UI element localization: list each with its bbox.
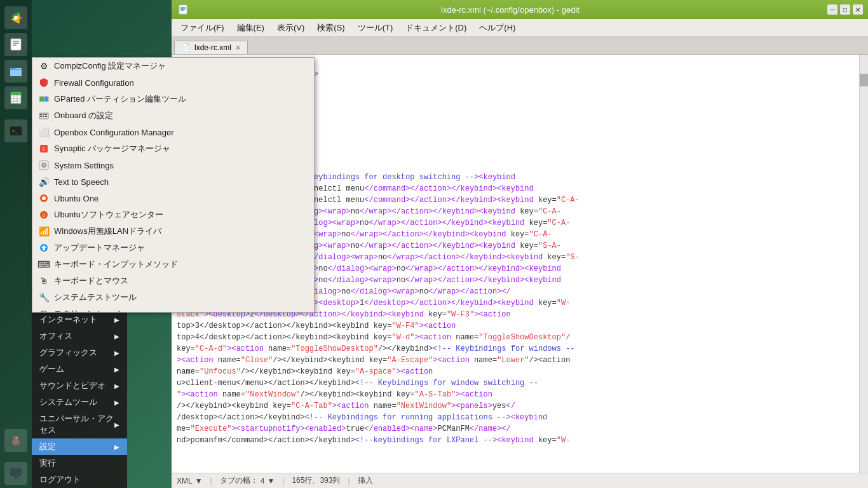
menu-item-system-test[interactable]: 🔧 システムテストツール — [32, 289, 314, 306]
svg-point-19 — [17, 437, 18, 438]
menu-item-ubuntu-one[interactable]: Ubuntu One — [32, 190, 314, 207]
minimize-button[interactable]: ─ — [827, 4, 837, 15]
menu-item-compizconfig[interactable]: ⚙ CompizConfig 設定マネージャ — [32, 58, 314, 74]
menu-item-label: キーボードとマウス — [54, 275, 309, 287]
context-menu: ⚙ CompizConfig 設定マネージャ Firewall Configur… — [32, 57, 315, 313]
menubar-view[interactable]: 表示(V) — [271, 21, 311, 35]
cursor-position: 165行、393列 — [292, 475, 340, 486]
svg-point-17 — [13, 436, 18, 441]
menu-left-internet[interactable]: インターネット ▶ — [32, 311, 127, 328]
position-text: 165行、393列 — [292, 475, 340, 486]
menu-item-label: GParted パーティション編集ツール — [54, 93, 309, 105]
menu-left-run[interactable]: 実行 — [32, 455, 127, 471]
menubar-documents[interactable]: ドキュメント(D) — [399, 21, 473, 35]
menu-item-firewall[interactable]: Firewall Configuration — [32, 74, 314, 91]
menu-item-ubuntu-software[interactable]: U Ubuntuソフトウェアセンター — [32, 207, 314, 223]
menubar-search[interactable]: 検索(S) — [311, 21, 351, 35]
svg-point-41 — [43, 165, 44, 166]
menu-item-keyboard-mouse[interactable]: 🖱 キーボードとマウス — [32, 273, 314, 289]
menubar-edit[interactable]: 編集(E) — [231, 21, 271, 35]
menu-item-gparted[interactable]: GParted パーティション編集ツール — [32, 91, 314, 107]
menu-item-screensaver[interactable]: 🖥 スクリーンセーバー — [32, 306, 314, 312]
menu-item-update-manager[interactable]: アップデートマネージャ — [32, 240, 314, 256]
tab-close-button[interactable]: ✕ — [235, 44, 241, 52]
tab-lxde-rc[interactable]: 📄 lxde-rc.xml ✕ — [174, 41, 248, 54]
terminal-icon[interactable]: >_ — [4, 119, 27, 142]
menu-item-keyboard-input[interactable]: ⌨ キーボード・インプットメソッド — [32, 256, 314, 273]
menu-left-office[interactable]: オフィス ▶ — [32, 328, 127, 344]
firewall-icon — [37, 76, 50, 89]
menu-left-games[interactable]: ゲーム ▶ — [32, 361, 127, 377]
menu-item-text-to-speech[interactable]: 🔊 Text to Speech — [32, 173, 314, 190]
gedit-app-icon — [177, 3, 189, 16]
gedit-statusbar: XML ▼ | タブの幅： 4 ▼ | 165行、393列 | 挿入 — [172, 473, 868, 488]
svg-rect-36 — [45, 116, 47, 117]
ubuntu-one-icon — [37, 192, 50, 205]
keyboard-input-icon: ⌨ — [37, 258, 50, 271]
menu-item-label: システムツール — [39, 396, 114, 408]
menu-left-logout[interactable]: ログアウト — [32, 471, 127, 488]
menu-item-label: Firewall Configuration — [54, 78, 309, 88]
gedit-titlebar: lxde-rc.xml (~/.config/openbox) - gedit … — [172, 0, 868, 19]
tab-width-control[interactable]: タブの幅： 4 ▼ — [220, 475, 275, 486]
compizconfig-icon: ⚙ — [37, 60, 50, 72]
mode-text: 挿入 — [358, 475, 373, 486]
bird-icon[interactable] — [4, 429, 27, 452]
menu-item-label: インターネット — [39, 314, 114, 325]
menu-item-wifi-driver[interactable]: 📶 Windows用無線LANドライバ — [32, 223, 314, 240]
close-button[interactable]: ✕ — [853, 4, 863, 15]
tab-width-dropdown-icon[interactable]: ▼ — [267, 477, 275, 485]
text-editor-icon[interactable] — [4, 33, 27, 56]
menu-item-onboard[interactable]: Onboard の設定 — [32, 107, 314, 124]
tab-doc-icon: 📄 — [181, 43, 191, 52]
menu-item-label: スクリーンセーバー — [54, 308, 309, 312]
gedit-tabs: 📄 lxde-rc.xml ✕ — [172, 37, 868, 55]
language-selector[interactable]: XML ▼ — [177, 477, 203, 485]
menubar-help[interactable]: ヘルプ(H) — [473, 21, 522, 35]
tts-icon: 🔊 — [37, 175, 50, 188]
menu-item-system-settings[interactable]: System Settings — [32, 157, 314, 173]
menu-item-openbox[interactable]: ⬜ Openbox Configuration Manager — [32, 124, 314, 140]
spreadsheet-icon[interactable] — [4, 86, 27, 109]
menu-item-label: オフィス — [39, 330, 114, 342]
svg-rect-23 — [179, 5, 187, 14]
submenu-arrow-icon: ▶ — [114, 316, 119, 323]
menu-item-label: Windows用無線LANドライバ — [54, 226, 309, 237]
svg-rect-9 — [11, 92, 21, 95]
menu-item-label: Synaptic パッケージマネージャ — [54, 143, 309, 154]
menu-left-universal-access[interactable]: ユニバーサル・アクセス ▶ — [32, 410, 127, 438]
display-icon[interactable] — [4, 462, 27, 485]
update-icon — [37, 241, 50, 254]
scrollbar-vertical[interactable] — [859, 55, 868, 473]
language-dropdown-icon[interactable]: ▼ — [195, 477, 203, 485]
svg-rect-28 — [40, 97, 44, 101]
language-label: XML — [177, 477, 193, 485]
menu-item-label: 設定 — [39, 441, 114, 452]
submenu-arrow-icon: ▶ — [114, 383, 119, 390]
menu-left-system-tools[interactable]: システムツール ▶ — [32, 394, 127, 410]
menu-item-synaptic[interactable]: S Synaptic パッケージマネージャ — [32, 140, 314, 157]
menu-item-label: CompizConfig 設定マネージャ — [54, 60, 309, 72]
menu-left-sound-video[interactable]: サウンドとビデオ ▶ — [32, 377, 127, 394]
submenu-arrow-icon: ▶ — [114, 444, 119, 451]
chrome-icon[interactable] — [4, 6, 27, 29]
screensaver-icon: 🖥 — [37, 308, 50, 312]
menu-left-graphics[interactable]: グラフィックス ▶ — [32, 344, 127, 361]
maximize-button[interactable]: □ — [840, 4, 850, 15]
svg-rect-20 — [10, 468, 22, 476]
menu-item-label: サウンドとビデオ — [39, 380, 114, 391]
svg-rect-33 — [45, 114, 47, 115]
menu-left-settings[interactable]: 設定 ▶ — [32, 438, 127, 455]
svg-rect-22 — [12, 478, 20, 478]
window-controls: ─ □ ✕ — [827, 4, 863, 15]
statusbar-sep1: | — [210, 477, 212, 485]
menubar-file[interactable]: ファイル(F) — [174, 21, 231, 35]
file-manager-icon[interactable] — [4, 60, 27, 83]
submenu-arrow-icon: ▶ — [114, 399, 119, 406]
tab-width-value: 4 — [261, 477, 265, 485]
svg-rect-34 — [40, 116, 42, 117]
ubuntu-software-icon: U — [37, 208, 50, 221]
submenu-arrow-icon: ▶ — [114, 366, 119, 373]
scrollbar-thumb[interactable] — [860, 74, 868, 86]
menubar-tools[interactable]: ツール(T) — [351, 21, 400, 35]
